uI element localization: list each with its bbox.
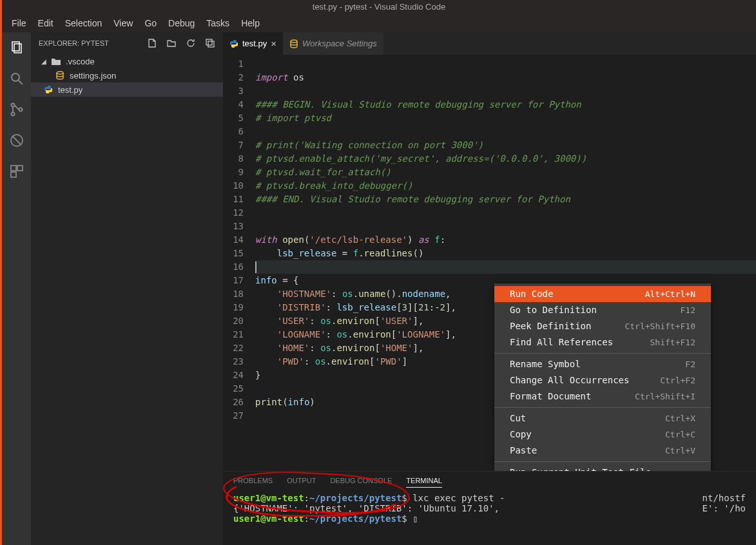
explorer-sidebar: EXPLORER: PYTEST ◢ — [31, 32, 223, 545]
panel-tab-terminal[interactable]: TERMINAL — [406, 477, 442, 488]
panel-tab-problems[interactable]: PROBLEMS — [233, 477, 273, 488]
menu-go[interactable]: Go — [139, 18, 162, 28]
menu-tasks[interactable]: Tasks — [200, 18, 235, 28]
menu-item-label: Paste — [510, 444, 537, 457]
database-icon — [55, 71, 66, 80]
menu-item-shortcut: Ctrl+V — [665, 444, 695, 457]
tree-file-test[interactable]: test.py — [31, 82, 223, 97]
svg-line-3 — [19, 81, 23, 84]
menu-separator — [494, 407, 711, 408]
menu-item-shortcut: Ctrl+C — [665, 428, 695, 441]
menu-item-label: Cut — [510, 412, 526, 425]
close-icon[interactable]: × — [271, 39, 276, 48]
svg-line-8 — [12, 136, 21, 145]
terminal-content[interactable]: user1@vm-test:~/projects/pytest$ lxc exe… — [223, 492, 756, 525]
editor-tabs: test.py × Workspace Settings — [223, 32, 756, 55]
tab-test-py[interactable]: test.py × — [223, 32, 283, 55]
panel-tab-output[interactable]: OUTPUT — [287, 477, 316, 488]
menu-selection[interactable]: Selection — [59, 18, 108, 28]
menu-item-shortcut: Shift+F12 — [650, 336, 695, 349]
menu-item-label: Copy — [510, 428, 532, 441]
menu-item-label: Go to Definition — [510, 303, 597, 317]
menu-item-go-to-definition[interactable]: Go to DefinitionF12 — [494, 302, 711, 318]
menu-item-label: Format Document — [510, 390, 591, 403]
git-icon[interactable] — [8, 100, 26, 119]
menu-file[interactable]: File — [6, 18, 32, 28]
svg-point-4 — [11, 104, 14, 107]
menu-item-label: Find All References — [510, 336, 613, 349]
svg-rect-12 — [206, 39, 212, 45]
menu-separator — [494, 353, 711, 354]
tree-folder-vscode[interactable]: ◢ .vscode — [31, 54, 223, 68]
refresh-icon[interactable] — [186, 38, 196, 48]
folder-icon — [52, 57, 62, 65]
svg-point-15 — [291, 40, 297, 43]
panel-tab-debug[interactable]: DEBUG CONSOLE — [330, 477, 392, 488]
svg-rect-13 — [208, 41, 214, 47]
svg-point-6 — [19, 108, 22, 111]
search-icon[interactable] — [8, 70, 26, 88]
menu-item-format-document[interactable]: Format DocumentCtrl+Shift+I — [494, 388, 711, 405]
menu-item-label: Run Current Unit Test File — [510, 466, 651, 471]
title-bar: test.py - pytest - Visual Studio Code — [0, 0, 756, 14]
tab-workspace-settings[interactable]: Workspace Settings — [283, 32, 383, 55]
svg-point-14 — [57, 72, 63, 74]
editor-area: test.py × Workspace Settings 12345678910… — [223, 32, 756, 545]
menu-help[interactable]: Help — [235, 18, 266, 28]
explorer-title: EXPLORER: PYTEST — [39, 39, 109, 47]
context-menu: Run CodeAlt+Ctrl+NGo to DefinitionF12Pee… — [494, 283, 711, 471]
tree-label: settings.json — [70, 71, 116, 81]
svg-point-5 — [11, 113, 14, 116]
menu-bar: File Edit Selection View Go Debug Tasks … — [0, 14, 756, 32]
bottom-panel: PROBLEMS OUTPUT DEBUG CONSOLE TERMINAL u… — [223, 471, 756, 545]
python-icon — [229, 39, 238, 48]
menu-item-label: Run Code — [510, 287, 553, 301]
menu-debug[interactable]: Debug — [162, 18, 200, 28]
menu-item-change-all-occurrences[interactable]: Change All OccurrencesCtrl+F2 — [494, 372, 711, 388]
menu-item-label: Change All Occurrences — [510, 374, 629, 387]
activity-bar — [0, 32, 31, 545]
menu-item-rename-symbol[interactable]: Rename SymbolF2 — [494, 356, 711, 372]
menu-item-run-code[interactable]: Run CodeAlt+Ctrl+N — [494, 286, 711, 302]
menu-item-shortcut: Alt+Ctrl+N — [645, 287, 695, 301]
line-numbers: 1234567891011121314151617181920212223242… — [223, 55, 255, 471]
menu-edit[interactable]: Edit — [32, 18, 59, 28]
menu-item-find-all-references[interactable]: Find All ReferencesShift+F12 — [494, 334, 711, 350]
menu-item-cut[interactable]: CutCtrl+X — [494, 410, 711, 426]
menu-item-shortcut: Ctrl+Shift+I — [635, 390, 695, 403]
menu-view[interactable]: View — [108, 18, 139, 28]
tree-file-settings[interactable]: settings.json — [31, 68, 223, 82]
menu-item-label: Rename Symbol — [510, 358, 581, 371]
tab-label: test.py — [242, 39, 267, 48]
code-editor[interactable]: 1234567891011121314151617181920212223242… — [223, 55, 756, 471]
menu-item-shortcut: F2 — [685, 358, 695, 371]
debug-icon[interactable] — [8, 131, 26, 149]
collapse-all-icon[interactable] — [205, 38, 215, 48]
tree-label: test.py — [58, 85, 82, 95]
menu-item-shortcut: Ctrl+Shift+F10 — [625, 320, 695, 333]
menu-item-paste[interactable]: PasteCtrl+V — [494, 443, 711, 459]
explorer-icon[interactable] — [8, 39, 26, 57]
menu-item-copy[interactable]: CopyCtrl+C — [494, 426, 711, 443]
new-folder-icon[interactable] — [166, 38, 177, 48]
svg-point-2 — [12, 73, 19, 81]
tree-label: .vscode — [66, 57, 95, 66]
menu-item-shortcut: Ctrl+X — [665, 412, 695, 425]
svg-rect-10 — [17, 166, 23, 171]
new-file-icon[interactable] — [147, 38, 157, 48]
python-icon — [44, 85, 54, 94]
database-icon — [289, 39, 298, 48]
chevron-down-icon: ◢ — [41, 58, 48, 65]
extensions-icon[interactable] — [8, 162, 26, 180]
tab-label: Workspace Settings — [302, 39, 377, 48]
menu-separator — [494, 461, 711, 462]
svg-rect-9 — [11, 166, 16, 171]
menu-item-shortcut: F12 — [681, 303, 695, 317]
menu-item-shortcut: Ctrl+F2 — [660, 374, 695, 387]
svg-rect-0 — [12, 42, 19, 51]
menu-item-label: Peek Definition — [510, 320, 591, 333]
svg-rect-1 — [14, 44, 21, 53]
menu-item-run-current-unit-test-file[interactable]: Run Current Unit Test File — [494, 464, 711, 471]
menu-item-peek-definition[interactable]: Peek DefinitionCtrl+Shift+F10 — [494, 318, 711, 334]
svg-rect-11 — [11, 172, 16, 177]
